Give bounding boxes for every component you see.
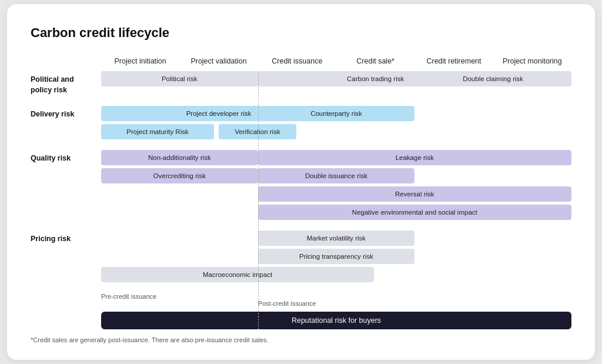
bar-pricing-transparency: Pricing transparency risk bbox=[258, 249, 415, 264]
risk-rows-political: Political risk Carbon trading risk Doubl… bbox=[101, 71, 571, 86]
risk-rows-quality: Non-additionality risk Leakage risk Over… bbox=[101, 150, 571, 220]
bar-container-nonadd: Non-additionality risk Leakage risk bbox=[101, 150, 571, 165]
risk-label-quality: Quality risk bbox=[31, 150, 101, 164]
reputational-risk-label: Reputational risk for buyers bbox=[292, 316, 381, 325]
bar-container-reversal: Reversal risk bbox=[101, 186, 571, 202]
risk-group-political: Political andpolicy risk Political risk … bbox=[31, 71, 571, 95]
bar-negative-env: Negative environmental and social impact bbox=[258, 205, 571, 220]
bar-political-risk: Political risk bbox=[101, 71, 258, 86]
col-header-1: Project initiation bbox=[101, 57, 179, 65]
bar-container-macro: Macroeconomic impact bbox=[101, 267, 571, 282]
reputational-risk-bar: Reputational risk for buyers bbox=[101, 312, 571, 329]
bar-container-maturity: Project maturity Risk Verification risk bbox=[101, 124, 571, 139]
bar-counterparty-risk: Counterparty risk bbox=[258, 106, 415, 121]
arrow-bar-wrap: Reputational risk for buyers bbox=[101, 312, 571, 329]
risk-group-pricing: Pricing risk Market volatility risk Pric… bbox=[31, 231, 571, 282]
col-header-2: Project validation bbox=[179, 57, 257, 65]
bar-verification-risk: Verification risk bbox=[219, 124, 296, 139]
risk-group-quality: Quality risk Non-additionality risk Leak… bbox=[31, 150, 571, 220]
bar-double-issuance: Double issuance risk bbox=[258, 168, 415, 183]
rows-area: Political andpolicy risk Political risk … bbox=[31, 71, 571, 329]
page-title: Carbon credit lifecycle bbox=[31, 25, 571, 41]
bar-container-overcredit: Overcrediting risk Double issuance risk bbox=[101, 168, 571, 183]
main-card: Carbon credit lifecycle Project initiati… bbox=[7, 4, 595, 360]
col-header-empty bbox=[31, 57, 101, 65]
chart-area: Project initiation Project validation Cr… bbox=[31, 57, 571, 329]
col-header-4: Credit sale* bbox=[336, 57, 414, 65]
bar-container-dev: Project developer risk Counterparty risk bbox=[101, 106, 571, 121]
risk-label-delivery: Delivery risk bbox=[31, 106, 101, 120]
bar-container: Political risk Carbon trading risk Doubl… bbox=[101, 71, 571, 86]
bar-overcrediting-risk: Overcrediting risk bbox=[101, 168, 258, 183]
post-credit-label: Post-credit issuance bbox=[258, 300, 415, 307]
bar-container-pricing-trans: Pricing transparency risk bbox=[101, 249, 571, 264]
risk-rows-pricing: Market volatility risk Pricing transpare… bbox=[101, 231, 571, 282]
column-headers: Project initiation Project validation Cr… bbox=[31, 57, 571, 65]
col-header-6: Project monitoring bbox=[493, 57, 571, 65]
bar-double-claiming-risk: Double claiming risk bbox=[414, 71, 571, 86]
risk-group-delivery: Delivery risk Project developer risk Cou… bbox=[31, 106, 571, 139]
footnote: *Credit sales are generally post-issuanc… bbox=[31, 336, 571, 343]
bar-market-volatility: Market volatility risk bbox=[258, 231, 415, 246]
risk-label-political: Political andpolicy risk bbox=[31, 71, 101, 95]
bar-container-negative: Negative environmental and social impact bbox=[101, 205, 571, 220]
col-header-3: Credit issuance bbox=[258, 57, 336, 65]
risk-label-pricing: Pricing risk bbox=[31, 231, 101, 245]
bar-non-additionality: Non-additionality risk bbox=[101, 150, 258, 165]
bar-leakage-risk: Leakage risk bbox=[258, 150, 571, 165]
bar-project-maturity-risk: Project maturity Risk bbox=[101, 124, 214, 139]
footer-labels: Pre-credit issuance Post-credit issuance bbox=[31, 293, 571, 307]
arrow-row: Reputational risk for buyers bbox=[31, 312, 571, 329]
risk-rows-delivery: Project developer risk Counterparty risk… bbox=[101, 106, 571, 139]
pre-credit-label: Pre-credit issuance bbox=[101, 293, 258, 300]
bar-reversal-risk: Reversal risk bbox=[258, 186, 571, 202]
bar-container-market-vol: Market volatility risk bbox=[101, 231, 571, 246]
col-header-5: Credit retirement bbox=[414, 57, 493, 65]
bar-macroeconomic: Macroeconomic impact bbox=[101, 267, 374, 282]
